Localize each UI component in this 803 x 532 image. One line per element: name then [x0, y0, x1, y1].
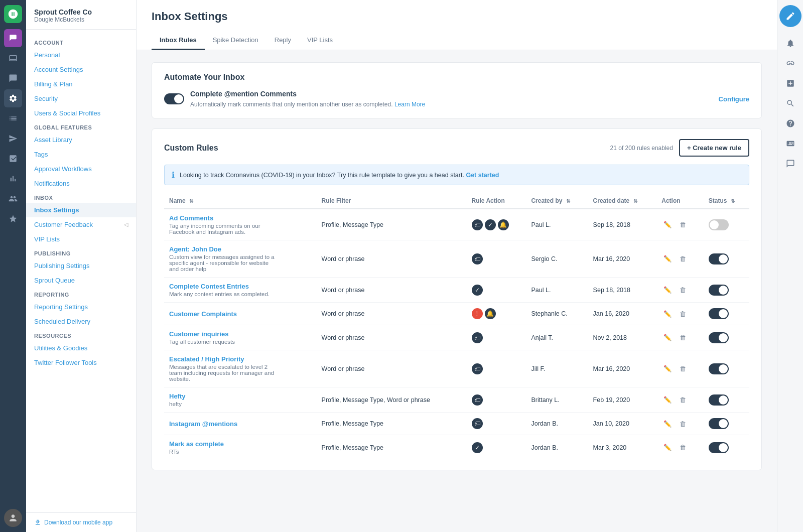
nav-icon-analytics[interactable] — [4, 150, 22, 168]
nav-icon-star[interactable] — [4, 210, 22, 228]
sidebar-link-inbox-settings[interactable]: Inbox Settings — [26, 203, 136, 217]
nav-icon-people[interactable] — [4, 190, 22, 208]
sidebar-link-security[interactable]: Security — [26, 91, 136, 106]
sidebar-link-sprout-queue[interactable]: Sprout Queue — [26, 273, 136, 288]
edit-rule-icon[interactable]: ✏️ — [661, 332, 674, 344]
delete-rule-icon[interactable]: 🗑 — [677, 394, 689, 406]
create-rule-button[interactable]: + Create new rule — [679, 139, 749, 157]
sidebar-link-notifications[interactable]: Notifications — [26, 176, 136, 191]
sidebar-link-publishing-settings[interactable]: Publishing Settings — [26, 258, 136, 273]
status-toggle[interactable] — [709, 253, 729, 264]
status-toggle[interactable] — [709, 219, 729, 230]
right-search-icon[interactable] — [781, 94, 799, 112]
download-app-label: Download our mobile app — [44, 519, 112, 526]
nav-icon-compose[interactable] — [4, 29, 22, 47]
nav-icon-messages[interactable] — [4, 69, 22, 87]
edit-rule-icon[interactable]: ✏️ — [661, 363, 674, 375]
rule-desc: Tag any incoming comments on our Faceboo… — [169, 223, 280, 235]
delete-rule-icon[interactable]: 🗑 — [677, 284, 689, 296]
sidebar-link-approval-workflows[interactable]: Approval Workflows — [26, 162, 136, 176]
sidebar-link-billing-plan[interactable]: Billing & Plan — [26, 77, 136, 91]
created-date: Nov 2, 2018 — [588, 325, 657, 350]
edit-rule-icon[interactable]: ✏️ — [661, 442, 674, 454]
edit-rule-icon[interactable]: ✏️ — [661, 418, 674, 430]
status-toggle[interactable] — [709, 418, 729, 429]
nav-icon-send[interactable] — [4, 129, 22, 148]
get-started-link[interactable]: Get started — [466, 172, 499, 179]
rule-name-link[interactable]: Hefty — [169, 392, 312, 400]
sidebar-link-vip-lists[interactable]: VIP Lists — [26, 232, 136, 246]
rule-name-link[interactable]: Mark as complete — [169, 440, 312, 448]
bell-action-icon: 🔔 — [498, 219, 509, 230]
right-support-icon[interactable] — [781, 155, 799, 173]
sidebar: Sprout Coffee Co Dougie McBuckets Accoun… — [26, 0, 137, 532]
tab-reply[interactable]: Reply — [266, 31, 299, 50]
created-date: Sep 18, 2018 — [588, 278, 657, 303]
tab-inbox-rules[interactable]: Inbox Rules — [152, 31, 205, 50]
col-name[interactable]: Name ⇅ — [164, 193, 317, 209]
sidebar-link-personal[interactable]: Personal — [26, 48, 136, 62]
edit-rule-icon[interactable]: ✏️ — [661, 308, 674, 320]
sidebar-link-twitter-follower-tools[interactable]: Twitter Follower Tools — [26, 355, 136, 370]
rule-name-link[interactable]: Escalated / High Priority — [169, 355, 312, 363]
sidebar-link-utilities-goodies[interactable]: Utilities & Goodies — [26, 341, 136, 355]
status-toggle[interactable] — [709, 332, 729, 343]
status-toggle[interactable] — [709, 394, 729, 406]
edit-rule-icon[interactable]: ✏️ — [661, 253, 674, 265]
rule-name-link[interactable]: Agent: John Doe — [169, 245, 312, 253]
col-status[interactable]: Status ⇅ — [704, 193, 749, 209]
rule-name-link[interactable]: Instagram @mentions — [169, 420, 312, 428]
edit-rule-icon[interactable]: ✏️ — [661, 219, 674, 231]
sidebar-link-reporting-settings[interactable]: Reporting Settings — [26, 300, 136, 314]
status-toggle[interactable] — [709, 442, 729, 453]
right-add-icon[interactable] — [781, 74, 799, 92]
nav-icon-settings[interactable] — [4, 89, 22, 107]
status-toggle[interactable] — [709, 363, 729, 374]
tab-vip-lists[interactable]: VIP Lists — [299, 31, 341, 50]
compose-button[interactable] — [779, 5, 801, 27]
sidebar-link-tags[interactable]: Tags — [26, 147, 136, 162]
user-avatar[interactable] — [4, 509, 22, 527]
tab-spike-detection[interactable]: Spike Detection — [205, 31, 266, 50]
automate-card: Automate Your Inbox Complete @mention Co… — [152, 62, 762, 118]
automate-title: Automate Your Inbox — [164, 73, 749, 82]
delete-rule-icon[interactable]: 🗑 — [677, 442, 689, 454]
nav-icon-chart[interactable] — [4, 170, 22, 188]
nav-icon-lists[interactable] — [4, 109, 22, 127]
sidebar-link-asset-library[interactable]: Asset Library — [26, 132, 136, 147]
sidebar-link-scheduled-delivery[interactable]: Scheduled Delivery — [26, 314, 136, 329]
app-logo[interactable] — [4, 5, 22, 23]
delete-rule-icon[interactable]: 🗑 — [677, 219, 689, 231]
right-link-icon[interactable] — [781, 54, 799, 72]
delete-rule-icon[interactable]: 🗑 — [677, 308, 689, 320]
edit-rule-icon[interactable]: ✏️ — [661, 394, 674, 406]
delete-rule-icon[interactable]: 🗑 — [677, 363, 689, 375]
status-toggle[interactable] — [709, 308, 729, 319]
configure-link[interactable]: Configure — [719, 95, 749, 103]
table-body: Ad CommentsTag any incoming comments on … — [164, 209, 749, 460]
learn-more-link[interactable]: Learn More — [394, 101, 425, 108]
sidebar-link-account-settings[interactable]: Account Settings — [26, 62, 136, 77]
delete-rule-icon[interactable]: 🗑 — [677, 253, 689, 265]
right-bell-icon[interactable] — [781, 34, 799, 52]
delete-rule-icon[interactable]: 🗑 — [677, 418, 689, 430]
rule-filter: Word or phrase — [317, 278, 467, 303]
rule-name-link[interactable]: Ad Comments — [169, 214, 312, 222]
right-help-icon[interactable] — [781, 114, 799, 132]
col-created-by[interactable]: Created by ⇅ — [526, 193, 588, 209]
download-app-link[interactable]: Download our mobile app — [34, 519, 128, 526]
sidebar-link-users-social-profiles[interactable]: Users & Social Profiles — [26, 106, 136, 120]
table-row: Customer ComplaintsWord or phrase!🔔Steph… — [164, 303, 749, 325]
created-date: Sep 18, 2018 — [588, 209, 657, 240]
automate-toggle[interactable] — [164, 93, 184, 104]
edit-rule-icon[interactable]: ✏️ — [661, 284, 674, 296]
right-keyboard-icon[interactable] — [781, 135, 799, 153]
rule-name-link[interactable]: Complete Contest Entries — [169, 283, 312, 290]
delete-rule-icon[interactable]: 🗑 — [677, 332, 689, 344]
status-toggle[interactable] — [709, 285, 729, 296]
rule-name-link[interactable]: Customer inquiries — [169, 330, 312, 338]
sidebar-link-customer-feedback[interactable]: Customer Feedback◁ — [26, 217, 136, 232]
rule-name-link[interactable]: Customer Complaints — [169, 310, 312, 318]
nav-icon-inbox[interactable] — [4, 49, 22, 67]
col-created-date[interactable]: Created date ⇅ — [588, 193, 657, 209]
